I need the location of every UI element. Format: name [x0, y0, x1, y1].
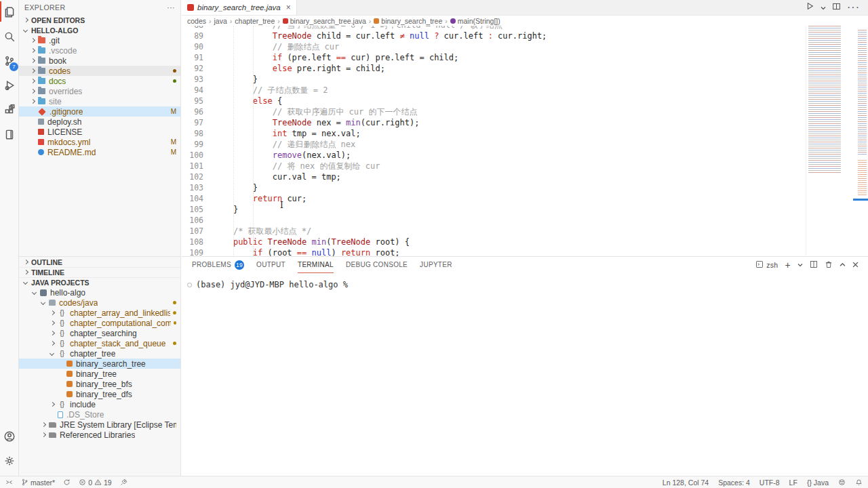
java-item-referenced-libraries[interactable]: Referenced Libraries	[19, 430, 180, 440]
code-line-107[interactable]: 107 /* 获取最小结点 */	[182, 226, 806, 237]
code-line-89[interactable]: 89 TreeNode child = cur.left ≠ null ? cu…	[182, 30, 806, 41]
code-line-99[interactable]: 99 // 递归删除结点 nex	[182, 139, 806, 150]
java-item-jre-system-library-eclipse-temurin-17-17-[interactable]: JRE System Library [Eclipse Temurin 17 […	[19, 420, 180, 430]
tab-output[interactable]: OUTPUT	[256, 257, 285, 273]
explorer-item-deploy-sh[interactable]: deploy.sh	[19, 117, 180, 127]
explorer-item--git[interactable]: .git	[19, 35, 180, 45]
search-icon[interactable]	[0, 24, 19, 49]
feedback-icon[interactable]	[838, 479, 846, 486]
remote-indicator[interactable]	[5, 479, 13, 486]
java-item-codes-java[interactable]: codes/java	[19, 298, 180, 308]
code-line-95[interactable]: 95 else {	[182, 96, 806, 106]
java-item-include[interactable]: {}include	[19, 399, 180, 409]
language-mode[interactable]: {} Java	[807, 479, 829, 487]
java-server-mode-icon[interactable]	[120, 479, 127, 486]
eol-setting[interactable]: LF	[789, 479, 797, 487]
breadcrumb-item[interactable]: chapter_tree	[235, 17, 275, 25]
breadcrumb-item[interactable]: main(String[])	[458, 17, 500, 25]
settings-gear-icon[interactable]	[0, 449, 19, 473]
tab-terminal[interactable]: TERMINAL	[298, 257, 334, 273]
tab-jupyter[interactable]: JUPYTER	[420, 257, 452, 273]
explorer-item-mkdocs-yml[interactable]: mkdocs.ymlM	[19, 137, 180, 147]
java-item-binary-tree-dfs[interactable]: binary_tree_dfs	[19, 389, 180, 399]
java-item-chapter-computational-complexity[interactable]: {}chapter_computational_complexity	[19, 318, 180, 328]
notebook-icon[interactable]	[0, 122, 19, 146]
code-line-91[interactable]: 91 if (pre.left == cur) pre.left = child…	[182, 52, 806, 63]
split-terminal-icon[interactable]	[810, 260, 818, 270]
extensions-icon[interactable]	[0, 98, 19, 122]
tab-binary-search-tree[interactable]: binary_search_tree.java ×	[182, 0, 297, 15]
run-and-debug-icon[interactable]	[0, 73, 19, 98]
open-editors-section[interactable]: OPEN EDITORS	[19, 15, 180, 25]
notifications-bell-icon[interactable]	[855, 479, 863, 486]
indentation-setting[interactable]: Spaces: 4	[718, 479, 750, 487]
code-line-97[interactable]: 97 TreeNode nex = min(cur.right);	[182, 117, 806, 128]
git-branch-item[interactable]: master*	[21, 479, 55, 487]
code-line-106[interactable]: 106	[182, 215, 806, 226]
code-line-102[interactable]: 102 cur.val = tmp;	[182, 171, 806, 182]
code-editor[interactable]: 88 // 当子结点数量 = 0 / 1 时，child = null / 该子…	[182, 26, 806, 256]
tab-close-icon[interactable]: ×	[286, 3, 291, 12]
run-dropdown-icon[interactable]	[821, 1, 826, 14]
terminal-output[interactable]: (base) jyd@JYD-MBP hello-algo %	[187, 280, 868, 289]
breadcrumb-item[interactable]: binary_search_tree.java	[290, 17, 366, 25]
java-item-binary-search-tree[interactable]: binary_search_tree	[19, 359, 180, 369]
minimap[interactable]	[806, 16, 868, 256]
cursor-position[interactable]: Ln 128, Col 74	[663, 479, 709, 487]
java-item-chapter-searching[interactable]: {}chapter_searching	[19, 328, 180, 338]
terminal-dropdown-icon[interactable]	[797, 260, 803, 270]
problems-summary[interactable]: 0 19	[79, 479, 112, 487]
explorer-item--vscode[interactable]: .vscode	[19, 45, 180, 56]
java-item-binary-tree[interactable]: binary_tree	[19, 369, 180, 379]
explorer-icon[interactable]	[0, 0, 19, 24]
code-line-100[interactable]: 100 remove(nex.val);	[182, 150, 806, 161]
java-item-chapter-stack-and-queue[interactable]: {}chapter_stack_and_queue	[19, 338, 180, 348]
explorer-item-readme-md[interactable]: README.mdM	[19, 147, 180, 157]
outline-section[interactable]: OUTLINE	[19, 257, 180, 267]
source-control-icon[interactable]: 7	[0, 49, 19, 73]
sidebar-more-actions-icon[interactable]: ···	[167, 3, 175, 12]
sync-icon[interactable]	[63, 479, 71, 486]
explorer-item-license[interactable]: LICENSE	[19, 127, 180, 137]
java-item-chapter-tree[interactable]: {}chapter_tree	[19, 348, 180, 359]
explorer-item-docs[interactable]: docs	[19, 76, 180, 86]
code-line-96[interactable]: 96 // 获取中序遍历中 cur 的下一个结点	[182, 106, 806, 117]
code-line-94[interactable]: 94 // 子结点数量 = 2	[182, 85, 806, 96]
encoding-setting[interactable]: UTF-8	[760, 479, 780, 487]
explorer-item-codes[interactable]: codes	[19, 66, 180, 76]
workspace-root-section[interactable]: HELLO-ALGO	[19, 25, 180, 35]
new-terminal-icon[interactable]: +	[785, 260, 791, 270]
more-actions-icon[interactable]: ···	[847, 1, 860, 14]
code-line-104[interactable]: 104 return cur;	[182, 193, 806, 204]
tab-debug-console[interactable]: DEBUG CONSOLE	[346, 257, 408, 273]
code-line-98[interactable]: 98 int tmp = nex.val;	[182, 128, 806, 139]
code-line-105[interactable]: 105 }	[182, 204, 806, 215]
java-item-binary-tree-bfs[interactable]: binary_tree_bfs	[19, 379, 180, 389]
split-editor-icon[interactable]	[832, 1, 841, 14]
maximize-panel-icon[interactable]	[840, 260, 846, 270]
code-line-103[interactable]: 103 }	[182, 182, 806, 193]
java-item-chapter-array-and-linkedlist[interactable]: {}chapter_array_and_linkedlist	[19, 308, 180, 318]
account-icon[interactable]	[0, 424, 19, 449]
code-line-88[interactable]: 88 // 当子结点数量 = 0 / 1 时，child = null / 该子…	[182, 26, 806, 30]
run-button[interactable]	[805, 1, 814, 14]
code-line-92[interactable]: 92 else pre.right = child;	[182, 63, 806, 74]
shell-label[interactable]: zsh	[766, 261, 778, 269]
breadcrumb-item[interactable]: java	[214, 17, 227, 25]
code-line-101[interactable]: 101 // 将 nex 的值复制给 cur	[182, 161, 806, 171]
tab-problems[interactable]: PROBLEMS 19	[192, 257, 244, 273]
breadcrumb-item[interactable]: binary_search_tree	[381, 17, 442, 25]
explorer-item-site[interactable]: site	[19, 96, 180, 106]
code-line-90[interactable]: 90 // 删除结点 cur	[182, 41, 806, 52]
code-line-109[interactable]: 109 if (root == null) return root;	[182, 247, 806, 256]
explorer-item-overrides[interactable]: overrides	[19, 86, 180, 96]
code-line-93[interactable]: 93 }	[182, 74, 806, 85]
java-item--ds-store[interactable]: .DS_Store	[19, 409, 180, 420]
explorer-item-book[interactable]: book	[19, 56, 180, 66]
explorer-item--gitignore[interactable]: .gitignoreM	[19, 106, 180, 117]
breadcrumb-item[interactable]: codes	[187, 17, 206, 25]
close-panel-icon[interactable]	[852, 260, 859, 270]
timeline-section[interactable]: TIMELINE	[19, 267, 180, 277]
java-item-hello-algo[interactable]: hello-algo	[19, 287, 180, 298]
code-line-108[interactable]: 108 public TreeNode min(TreeNode root) {	[182, 237, 806, 247]
